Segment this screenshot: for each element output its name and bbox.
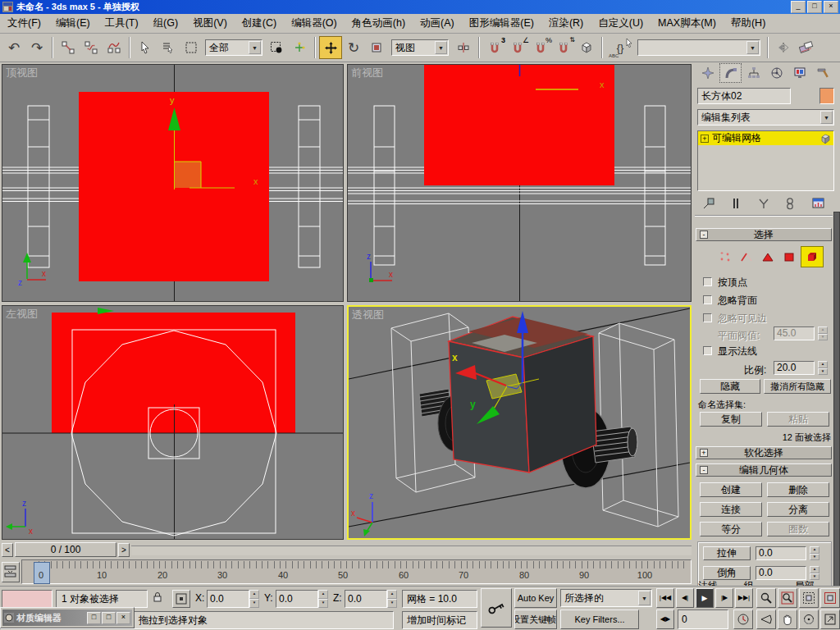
menu-modifiers[interactable]: 编辑器(O) xyxy=(284,14,345,33)
menu-maxscript[interactable]: MAX脚本(M) xyxy=(651,14,724,33)
pin-stack-button[interactable] xyxy=(701,196,716,211)
tab-motion[interactable] xyxy=(765,63,788,83)
viewport-front[interactable]: 前视图 x z x xyxy=(347,64,692,302)
object-color-swatch[interactable] xyxy=(819,88,834,104)
viewport-perspective[interactable]: 透视图 xyxy=(347,305,692,540)
tab-create[interactable] xyxy=(696,63,719,83)
menu-character[interactable]: 角色动画(h) xyxy=(345,14,413,33)
select-and-rotate-button[interactable]: ↻ xyxy=(342,36,365,59)
select-and-move-button[interactable] xyxy=(319,36,342,59)
select-and-manipulate-button[interactable] xyxy=(288,36,311,59)
time-slider-track[interactable] xyxy=(131,546,692,555)
tab-hierarchy[interactable] xyxy=(742,63,765,83)
use-pivot-center-button[interactable] xyxy=(452,36,475,59)
key-mode-toggle[interactable]: ◀▶ xyxy=(656,609,674,629)
menu-help[interactable]: 帮助(H) xyxy=(724,14,773,33)
menu-group[interactable]: 组(G) xyxy=(146,14,186,33)
bind-to-spacewarp-button[interactable] xyxy=(103,36,126,59)
absolute-offset-toggle[interactable] xyxy=(172,590,190,608)
remove-modifier-button[interactable] xyxy=(783,196,797,211)
expand-icon[interactable]: + xyxy=(700,449,708,457)
current-frame-field[interactable]: 0 xyxy=(678,609,728,629)
dropdown-arrow-icon[interactable]: ▼ xyxy=(435,41,447,54)
collapse-icon[interactable]: - xyxy=(700,466,708,474)
window-crossing-button[interactable] xyxy=(265,36,288,59)
play-button[interactable]: ▶ xyxy=(696,588,714,608)
menu-views[interactable]: 视图(V) xyxy=(185,14,235,33)
attach-button[interactable]: 连接 xyxy=(700,502,762,517)
bevel-field[interactable]: 0.0 xyxy=(756,566,806,580)
scale-spinner[interactable]: ▲▼ xyxy=(818,361,828,375)
subobject-polygon-button[interactable] xyxy=(779,248,799,266)
tab-utilities[interactable] xyxy=(811,63,833,83)
zoom-button[interactable] xyxy=(756,588,776,608)
subobject-edge-button[interactable] xyxy=(737,248,756,266)
scale-field[interactable]: 20.0 xyxy=(774,361,815,375)
ignore-visible-edges-checkbox[interactable] xyxy=(703,313,712,322)
spinner-snap-button[interactable]: ⇅ xyxy=(552,36,575,59)
pan-button[interactable] xyxy=(778,609,797,629)
x-spinner[interactable]: ▲▼ xyxy=(249,590,259,608)
configure-modifier-sets-button[interactable] xyxy=(811,196,826,211)
extrude-spinner[interactable]: ▲▼ xyxy=(810,546,819,560)
detach-button[interactable]: 分离 xyxy=(767,502,829,517)
redo-button[interactable]: ↷ xyxy=(25,36,48,59)
z-coordinate-field[interactable]: 0.0 xyxy=(345,590,387,608)
undo-button[interactable]: ↶ xyxy=(2,36,25,59)
viewport-left[interactable]: 左视图 z x xyxy=(2,305,344,540)
rollout-soft-selection[interactable]: + 软化选择 xyxy=(696,446,832,459)
modifier-stack[interactable]: + 可编辑网格 xyxy=(697,130,834,191)
named-selections-dropdown[interactable]: ▼ xyxy=(637,39,760,56)
named-selection-sets-button[interactable]: {}ABC xyxy=(606,36,634,59)
selection-lock-toggle[interactable] xyxy=(151,591,167,607)
menu-rendering[interactable]: 渲染(R) xyxy=(541,14,591,33)
selection-filter-dropdown[interactable]: 全部 ▼ xyxy=(205,39,262,56)
zoom-extents-button[interactable] xyxy=(799,588,819,608)
menu-file[interactable]: 文件(F) xyxy=(0,14,48,33)
minimize-button[interactable]: _ xyxy=(791,1,806,13)
tab-modify[interactable] xyxy=(719,63,742,83)
create-button[interactable]: 创建 xyxy=(700,482,762,497)
select-and-scale-button[interactable] xyxy=(365,36,388,59)
align-button[interactable] xyxy=(795,36,818,59)
show-end-result-button[interactable] xyxy=(729,196,742,211)
set-key-mode-button[interactable]: 设置关键帧 xyxy=(514,609,557,629)
make-unique-button[interactable] xyxy=(757,196,770,211)
viewport-top-label[interactable]: 顶视图 xyxy=(6,66,38,80)
open-mini-curve-editor-button[interactable] xyxy=(2,562,20,582)
extrude-button[interactable]: 拉伸 xyxy=(703,546,751,560)
go-to-end-button[interactable]: ▶▶| xyxy=(735,588,753,608)
subobject-element-button[interactable] xyxy=(801,246,824,267)
rect-selection-region-button[interactable] xyxy=(180,36,203,59)
add-time-tag[interactable]: 增加时间标记 xyxy=(402,611,477,629)
modifier-list-dropdown[interactable]: 编辑集列表 ▼ xyxy=(697,109,834,126)
key-filters-button[interactable]: Key Filters... xyxy=(560,609,639,629)
reference-coordinate-dropdown[interactable]: 视图 ▼ xyxy=(391,39,449,56)
tab-display[interactable] xyxy=(788,63,810,83)
viewport-top[interactable]: 顶视图 y x z x xyxy=(2,64,344,302)
zoom-extents-all-button[interactable] xyxy=(820,588,840,608)
maximize-button[interactable]: □ xyxy=(102,612,116,624)
paste-button[interactable]: 粘贴 xyxy=(767,412,829,427)
subobject-vertex-button[interactable] xyxy=(715,248,735,266)
show-normals-checkbox[interactable] xyxy=(703,346,712,355)
select-and-link-button[interactable] xyxy=(57,36,80,59)
copy-button[interactable]: 复制 xyxy=(700,412,762,427)
snap-toggle-button[interactable]: 3 xyxy=(483,36,506,59)
delete-button[interactable]: 删除 xyxy=(767,482,829,497)
viewport-perspective-label[interactable]: 透视图 xyxy=(352,308,384,322)
bevel-spinner[interactable]: ▲▼ xyxy=(810,566,819,580)
set-keys-button[interactable] xyxy=(481,588,512,628)
menu-animation[interactable]: 动画(A) xyxy=(413,14,462,33)
hide-button[interactable]: 隐藏 xyxy=(700,379,760,394)
menu-graph-editors[interactable]: 图形编辑器(E) xyxy=(462,14,541,33)
close-button[interactable]: × xyxy=(116,612,130,624)
planar-threshold-spinner[interactable]: ▲▼ xyxy=(818,326,828,340)
y-coordinate-field[interactable]: 0.0 xyxy=(276,590,318,608)
track-ruler[interactable]: 0 10 20 30 40 50 60 70 80 90 100 xyxy=(21,559,692,584)
stack-item-editable-mesh[interactable]: + 可编辑网格 xyxy=(698,131,833,145)
bevel-button[interactable]: 倒角 xyxy=(703,566,751,580)
key-filter-scope-dropdown[interactable]: 所选择的 ▼ xyxy=(560,589,652,607)
time-slider-handle[interactable]: 0 / 100 xyxy=(15,542,116,557)
edit-named-selections-button[interactable] xyxy=(575,36,598,59)
